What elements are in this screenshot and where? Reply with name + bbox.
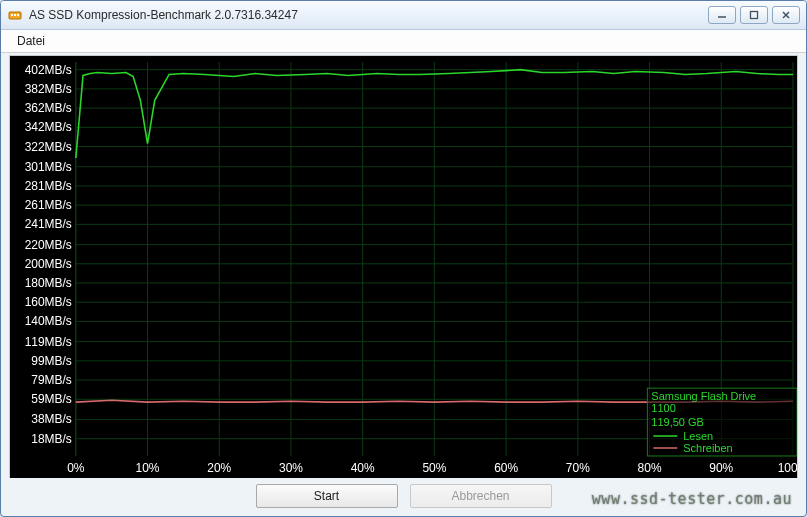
titlebar: AS SSD Kompression-Benchmark 2.0.7316.34…: [1, 1, 806, 30]
svg-text:301MB/s: 301MB/s: [25, 160, 72, 174]
svg-text:18MB/s: 18MB/s: [31, 432, 72, 446]
svg-text:38MB/s: 38MB/s: [31, 412, 72, 426]
svg-text:10%: 10%: [136, 461, 160, 475]
svg-text:261MB/s: 261MB/s: [25, 198, 72, 212]
svg-text:402MB/s: 402MB/s: [25, 63, 72, 77]
svg-text:180MB/s: 180MB/s: [25, 276, 72, 290]
svg-text:1100: 1100: [651, 402, 675, 414]
svg-text:220MB/s: 220MB/s: [25, 238, 72, 252]
app-window: AS SSD Kompression-Benchmark 2.0.7316.34…: [0, 0, 807, 517]
compression-chart: 18MB/s38MB/s59MB/s79MB/s99MB/s119MB/s140…: [10, 56, 797, 478]
svg-text:59MB/s: 59MB/s: [31, 392, 72, 406]
svg-rect-5: [751, 12, 758, 19]
start-button[interactable]: Start: [256, 484, 398, 508]
svg-text:281MB/s: 281MB/s: [25, 179, 72, 193]
svg-text:20%: 20%: [207, 461, 231, 475]
svg-text:60%: 60%: [494, 461, 518, 475]
svg-text:362MB/s: 362MB/s: [25, 101, 72, 115]
maximize-button[interactable]: [740, 6, 768, 24]
svg-text:Lesen: Lesen: [683, 430, 713, 442]
svg-text:160MB/s: 160MB/s: [25, 295, 72, 309]
watermark: www.ssd-tester.com.au: [592, 490, 792, 508]
app-icon: [7, 7, 23, 23]
menubar: Datei: [1, 30, 806, 53]
svg-text:Samsung Flash Drive: Samsung Flash Drive: [651, 390, 756, 402]
svg-text:322MB/s: 322MB/s: [25, 140, 72, 154]
svg-text:50%: 50%: [422, 461, 446, 475]
svg-text:79MB/s: 79MB/s: [31, 373, 72, 387]
svg-text:99MB/s: 99MB/s: [31, 354, 72, 368]
svg-text:241MB/s: 241MB/s: [25, 217, 72, 231]
cancel-button: Abbrechen: [410, 484, 552, 508]
svg-text:140MB/s: 140MB/s: [25, 314, 72, 328]
svg-text:40%: 40%: [351, 461, 375, 475]
svg-text:119,50 GB: 119,50 GB: [651, 416, 703, 428]
svg-rect-3: [17, 14, 19, 16]
chart-panel: 18MB/s38MB/s59MB/s79MB/s99MB/s119MB/s140…: [9, 55, 798, 478]
svg-rect-2: [14, 14, 16, 16]
svg-text:80%: 80%: [638, 461, 662, 475]
svg-text:90%: 90%: [709, 461, 733, 475]
svg-text:382MB/s: 382MB/s: [25, 82, 72, 96]
window-buttons: [708, 6, 800, 24]
svg-text:Schreiben: Schreiben: [683, 442, 732, 454]
svg-text:100%: 100%: [778, 461, 797, 475]
svg-text:200MB/s: 200MB/s: [25, 257, 72, 271]
svg-text:70%: 70%: [566, 461, 590, 475]
svg-text:342MB/s: 342MB/s: [25, 120, 72, 134]
minimize-button[interactable]: [708, 6, 736, 24]
window-title: AS SSD Kompression-Benchmark 2.0.7316.34…: [29, 8, 708, 22]
close-button[interactable]: [772, 6, 800, 24]
svg-text:0%: 0%: [67, 461, 85, 475]
svg-text:119MB/s: 119MB/s: [25, 335, 72, 349]
menu-file[interactable]: Datei: [9, 32, 53, 50]
svg-rect-1: [11, 14, 13, 16]
svg-text:30%: 30%: [279, 461, 303, 475]
